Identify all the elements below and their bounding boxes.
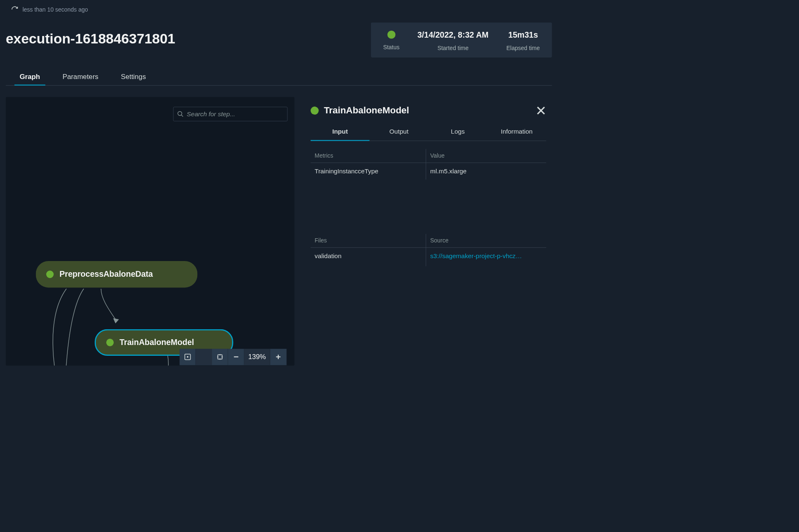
- step-search-field[interactable]: [173, 107, 287, 121]
- table-row: validation s3://sagemaker-project-p-vhcz…: [311, 248, 546, 266]
- details-panel: TrainAbaloneModel Input Output Logs Info…: [304, 97, 552, 366]
- step-node-label: PreprocessAbaloneData: [60, 270, 153, 279]
- files-header-left: Files: [311, 234, 426, 247]
- zoom-percentage: 139%: [244, 349, 270, 365]
- file-source-link[interactable]: s3://sagemaker-project-p-vhcz…: [430, 252, 522, 260]
- status-indicator-dot: [387, 31, 395, 39]
- started-time-label: Started time: [438, 45, 469, 52]
- detail-tabs: Input Output Logs Information: [311, 123, 546, 141]
- svg-marker-2: [113, 318, 119, 324]
- detail-tab-logs[interactable]: Logs: [428, 123, 487, 141]
- svg-point-5: [187, 357, 188, 357]
- step-search-input[interactable]: [187, 110, 284, 118]
- flow-edges: [6, 97, 294, 366]
- svg-rect-6: [218, 355, 222, 359]
- metrics-header-left: Metrics: [311, 149, 426, 163]
- zoom-in-button[interactable]: [270, 349, 286, 365]
- main-tabs: Graph Parameters Settings: [6, 69, 552, 85]
- svg-line-1: [181, 115, 183, 117]
- status-dot-icon: [106, 339, 114, 346]
- files-header-right: Source: [426, 234, 546, 247]
- status-dot-icon: [311, 106, 319, 115]
- zoom-out-button[interactable]: [228, 349, 244, 365]
- metrics-header-right: Value: [426, 149, 546, 163]
- tab-parameters[interactable]: Parameters: [62, 69, 98, 85]
- step-node-label: TrainAbaloneModel: [120, 338, 194, 347]
- detail-tab-input[interactable]: Input: [311, 123, 369, 141]
- zoom-reset-button[interactable]: [212, 349, 228, 365]
- started-time-value: 3/14/2022, 8:32 AM: [417, 31, 488, 40]
- search-icon: [177, 110, 184, 117]
- detail-tab-output[interactable]: Output: [369, 123, 428, 141]
- status-label: Status: [383, 44, 400, 50]
- status-dot-icon: [46, 271, 54, 278]
- metric-value: ml.m5.xlarge: [426, 163, 546, 180]
- elapsed-time-value: 15m31s: [508, 31, 538, 40]
- file-name: validation: [311, 248, 426, 266]
- metric-name: TrainingInstancceType: [311, 163, 426, 180]
- graph-panel[interactable]: PreprocessAbaloneData TrainAbaloneModel …: [6, 97, 294, 366]
- close-icon[interactable]: [536, 105, 546, 115]
- elapsed-time-label: Elapsed time: [507, 45, 540, 52]
- step-node-preprocess[interactable]: PreprocessAbaloneData: [36, 261, 198, 288]
- details-title: TrainAbaloneModel: [324, 105, 409, 116]
- detail-tab-information[interactable]: Information: [487, 123, 546, 141]
- tab-settings[interactable]: Settings: [121, 69, 146, 85]
- metrics-table: Metrics Value TrainingInstancceType ml.m…: [311, 149, 546, 180]
- files-table: Files Source validation s3://sagemaker-p…: [311, 234, 546, 266]
- svg-point-0: [178, 111, 182, 115]
- tab-graph[interactable]: Graph: [19, 69, 40, 85]
- refresh-timestamp: less than 10 seconds ago: [22, 6, 88, 13]
- refresh-icon[interactable]: [11, 6, 19, 13]
- zoom-divider: [196, 349, 212, 365]
- zoom-controls: 139%: [179, 349, 286, 365]
- page-title: execution-1618846371801: [6, 31, 175, 46]
- table-row: TrainingInstancceType ml.m5.xlarge: [311, 163, 546, 180]
- status-card: Status 3/14/2022, 8:32 AM Started time 1…: [371, 22, 552, 57]
- zoom-fit-button[interactable]: [179, 349, 196, 365]
